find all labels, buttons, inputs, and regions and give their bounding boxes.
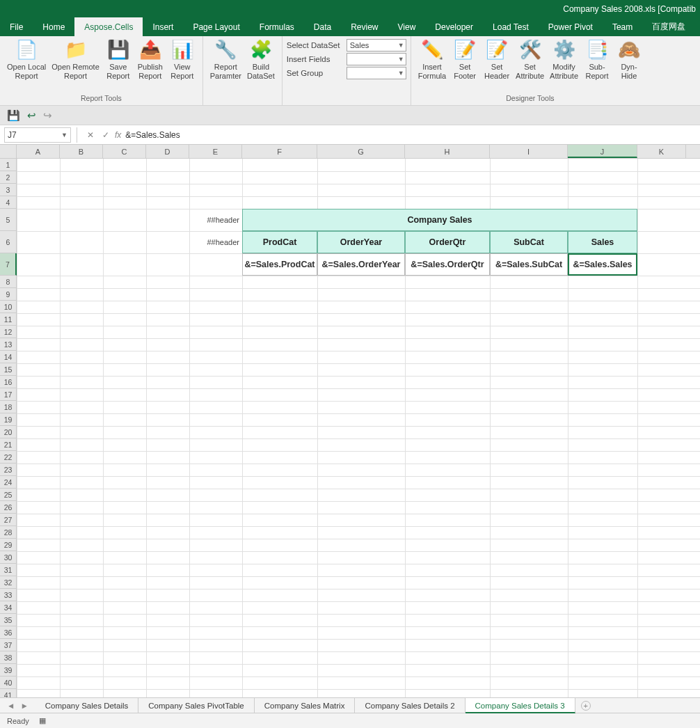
row-header[interactable]: 12: [0, 326, 17, 338]
row-header[interactable]: 9: [0, 288, 17, 301]
open-local-report-button[interactable]: 📄Open LocalReport: [4, 38, 49, 81]
row-header[interactable]: 34: [0, 601, 17, 614]
insert-fields-combo[interactable]: ▼: [347, 53, 406, 65]
record-macro-icon[interactable]: ▦: [39, 716, 46, 725]
column-header[interactable]: A: [17, 145, 60, 158]
row-header[interactable]: 32: [0, 576, 17, 589]
row-header[interactable]: 17: [0, 388, 17, 401]
row-header[interactable]: 35: [0, 614, 17, 626]
menu-tab-team[interactable]: Team: [603, 17, 642, 36]
menu-tab-view[interactable]: View: [388, 17, 426, 36]
row-header[interactable]: 25: [0, 489, 17, 501]
build-dataset-button[interactable]: 🧩BuildDataSet: [244, 38, 278, 81]
insert-formula-button[interactable]: ✏️InsertFormula: [415, 38, 449, 81]
sheet-tab[interactable]: Company Sales Matrix: [255, 698, 356, 713]
menu-tab--[interactable]: 百度网盘: [642, 17, 695, 36]
column-header[interactable]: K: [637, 145, 686, 158]
name-box[interactable]: J7▼: [4, 127, 71, 143]
report-parameter-button[interactable]: 🔧ReportParamter: [207, 38, 244, 81]
add-sheet-icon[interactable]: +: [581, 701, 591, 711]
row-header[interactable]: 2: [0, 171, 17, 184]
set-attribute-button[interactable]: 🛠️SetAttribute: [513, 38, 547, 81]
cancel-formula-icon[interactable]: ✕: [83, 130, 98, 140]
fx-icon[interactable]: fx: [115, 130, 121, 140]
column-header[interactable]: I: [490, 145, 568, 158]
set-header-button[interactable]: 📝SetHeader: [481, 38, 513, 81]
menu-tab-aspose-cells[interactable]: Aspose.Cells: [74, 17, 143, 36]
row-header[interactable]: 27: [0, 514, 17, 526]
column-header[interactable]: D: [146, 145, 189, 158]
select-all-corner[interactable]: [0, 145, 17, 158]
menu-tab-page-layout[interactable]: Page Layout: [183, 17, 249, 36]
menu-tab-power-pivot[interactable]: Power Pivot: [539, 17, 603, 36]
publish-report-button[interactable]: 📤PublishReport: [134, 38, 166, 81]
row-header[interactable]: 5: [0, 209, 17, 231]
formula-input[interactable]: &=Sales.Sales: [125, 130, 700, 140]
menu-tab-data[interactable]: Data: [304, 17, 341, 36]
row-header[interactable]: 19: [0, 413, 17, 426]
data-cell[interactable]: &=Sales.OrderQtr: [405, 253, 490, 276]
row-header[interactable]: 39: [0, 664, 17, 676]
save-report-button[interactable]: 💾SaveReport: [102, 38, 134, 81]
row-header[interactable]: 24: [0, 476, 17, 489]
menu-tab-insert[interactable]: Insert: [143, 17, 183, 36]
open-remote-report-button[interactable]: 📁Open RemoteReport: [49, 38, 102, 81]
data-cell[interactable]: &=Sales.SubCat: [490, 253, 568, 276]
row-header[interactable]: 36: [0, 626, 17, 639]
row-header[interactable]: 40: [0, 676, 17, 689]
data-cell[interactable]: &=Sales.OrderYear: [317, 253, 405, 276]
column-header[interactable]: G: [317, 145, 405, 158]
row-header[interactable]: 29: [0, 539, 17, 551]
menu-tab-file[interactable]: File: [0, 17, 33, 36]
data-cell[interactable]: &=Sales.ProdCat: [242, 253, 317, 276]
column-header[interactable]: E: [189, 145, 242, 158]
row-header[interactable]: 13: [0, 338, 17, 351]
sheet-tab[interactable]: Company Sales Details: [35, 698, 139, 713]
column-header[interactable]: B: [60, 145, 103, 158]
menu-tab-home[interactable]: Home: [33, 17, 74, 36]
row-header[interactable]: 15: [0, 363, 17, 376]
column-header[interactable]: H: [405, 145, 490, 158]
column-header[interactable]: C: [103, 145, 146, 158]
row-header[interactable]: 18: [0, 401, 17, 413]
sheet-nav-prev-icon[interactable]: ◄: [7, 702, 15, 710]
row-header[interactable]: 26: [0, 501, 17, 514]
data-cell[interactable]: &=Sales.Sales: [568, 253, 637, 276]
row-header[interactable]: 41: [0, 689, 17, 697]
row-header[interactable]: 22: [0, 451, 17, 464]
dyn-hide-button[interactable]: 🙈Dyn-Hide: [613, 38, 645, 81]
column-header[interactable]: F: [242, 145, 317, 158]
row-header[interactable]: 33: [0, 589, 17, 601]
row-header[interactable]: 20: [0, 426, 17, 438]
row-header[interactable]: 38: [0, 651, 17, 664]
menu-tab-developer[interactable]: Developer: [425, 17, 483, 36]
sheet-tab[interactable]: Company Sales Details 2: [355, 698, 465, 713]
redo-icon[interactable]: ↪: [43, 109, 52, 122]
undo-icon[interactable]: ↩: [27, 109, 36, 122]
menu-tab-formulas[interactable]: Formulas: [250, 17, 304, 36]
row-header[interactable]: 3: [0, 184, 17, 196]
worksheet[interactable]: ABCDEFGHIJK 1234567891011121314151617181…: [0, 145, 700, 697]
row-header[interactable]: 28: [0, 526, 17, 539]
sheet-tab[interactable]: Company Sales PivotTable: [138, 698, 254, 713]
row-header[interactable]: 31: [0, 564, 17, 576]
row-header[interactable]: 6: [0, 231, 17, 253]
enter-formula-icon[interactable]: ✓: [98, 130, 113, 140]
row-header[interactable]: 7: [0, 253, 17, 276]
row-header[interactable]: 8: [0, 276, 17, 288]
set-group-combo[interactable]: ▼: [347, 67, 406, 79]
save-icon[interactable]: 💾: [7, 109, 20, 122]
set-footer-button[interactable]: 📝SetFooter: [449, 38, 481, 81]
row-header[interactable]: 1: [0, 159, 17, 171]
row-header[interactable]: 10: [0, 301, 17, 313]
select-dataset-combo[interactable]: Sales▼: [347, 39, 406, 52]
modify-attribute-button[interactable]: ⚙️ModifyAttribute: [547, 38, 581, 81]
sheet-nav-next-icon[interactable]: ►: [20, 702, 28, 710]
row-header[interactable]: 37: [0, 639, 17, 651]
view-report-button[interactable]: 📊ViewReport: [166, 38, 198, 81]
row-header[interactable]: 16: [0, 376, 17, 388]
row-header[interactable]: 21: [0, 438, 17, 451]
column-header[interactable]: J: [568, 145, 637, 158]
row-header[interactable]: 30: [0, 551, 17, 564]
row-header[interactable]: 4: [0, 196, 17, 209]
